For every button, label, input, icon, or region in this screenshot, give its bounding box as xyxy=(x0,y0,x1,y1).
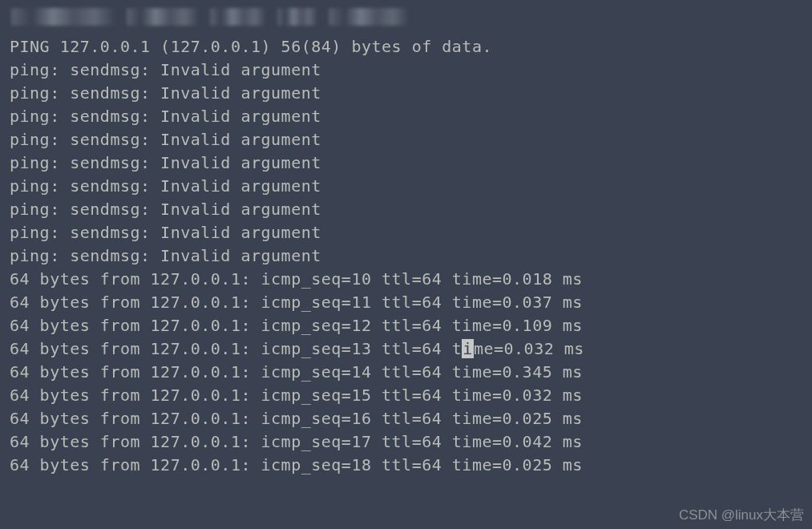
ping-reply-line: 64 bytes from 127.0.0.1: icmp_seq=18 ttl… xyxy=(10,454,802,477)
ping-reply-line: 64 bytes from 127.0.0.1: icmp_seq=12 ttl… xyxy=(10,314,802,337)
ping-reply-line: 64 bytes from 127.0.0.1: icmp_seq=17 ttl… xyxy=(10,430,802,454)
ping-error-line: ping: sendmsg: Invalid argument xyxy=(10,198,802,221)
ping-error-line: ping: sendmsg: Invalid argument xyxy=(10,244,802,268)
ping-error-line: ping: sendmsg: Invalid argument xyxy=(10,221,802,244)
ping-error-line: ping: sendmsg: Invalid argument xyxy=(10,151,802,175)
redacted-segment xyxy=(127,8,199,26)
terminal-output[interactable]: PING 127.0.0.1 (127.0.0.1) 56(84) bytes … xyxy=(0,29,812,483)
redacted-segment xyxy=(11,8,115,26)
ping-reply-line: 64 bytes from 127.0.0.1: icmp_seq=14 ttl… xyxy=(10,361,802,384)
redacted-segment xyxy=(329,8,409,26)
redacted-segment xyxy=(277,8,317,26)
ping-reply-line: 64 bytes from 127.0.0.1: icmp_seq=10 ttl… xyxy=(10,268,802,291)
ping-reply-line: 64 bytes from 127.0.0.1: icmp_seq=15 ttl… xyxy=(10,384,802,407)
ping-error-line: ping: sendmsg: Invalid argument xyxy=(10,59,802,82)
redacted-segment xyxy=(210,8,266,26)
ping-error-line: ping: sendmsg: Invalid argument xyxy=(10,175,802,198)
terminal-cursor: i xyxy=(462,339,474,358)
ping-error-line: ping: sendmsg: Invalid argument xyxy=(10,82,802,105)
ping-reply-line: 64 bytes from 127.0.0.1: icmp_seq=13 ttl… xyxy=(10,337,802,361)
ping-error-line: ping: sendmsg: Invalid argument xyxy=(10,128,802,151)
ping-reply-line: 64 bytes from 127.0.0.1: icmp_seq=16 ttl… xyxy=(10,407,802,430)
ping-error-line: ping: sendmsg: Invalid argument xyxy=(10,105,802,128)
ping-header-line: PING 127.0.0.1 (127.0.0.1) 56(84) bytes … xyxy=(10,35,802,59)
redacted-header xyxy=(0,0,812,29)
watermark-text: CSDN @linux大本营 xyxy=(679,506,804,524)
ping-reply-line: 64 bytes from 127.0.0.1: icmp_seq=11 ttl… xyxy=(10,291,802,314)
